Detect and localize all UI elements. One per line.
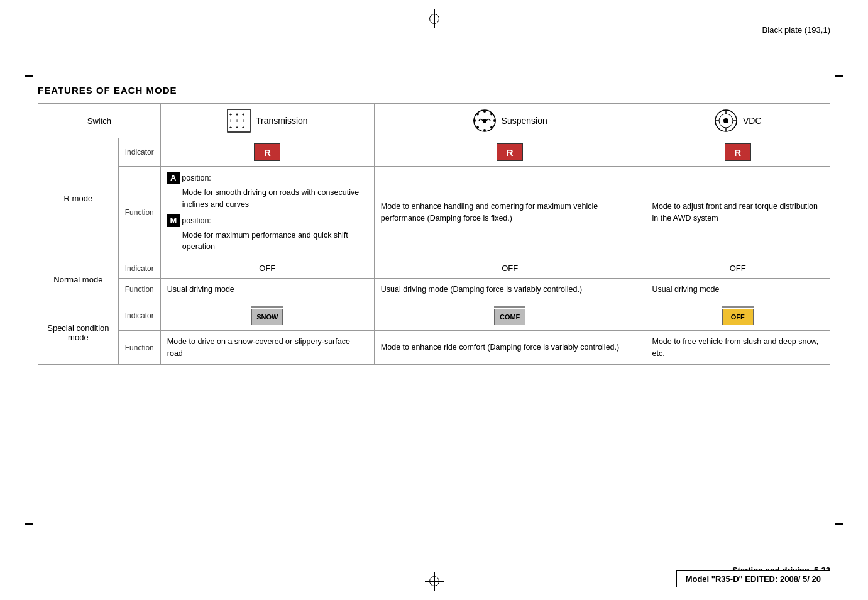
suspension-icon (473, 109, 497, 133)
normal-vdc-function: Usual driving mode (646, 279, 830, 301)
col-header-suspension: Suspension (374, 104, 646, 138)
margin-mark-bottom-right (835, 523, 843, 525)
margin-mark-bottom-left (25, 523, 33, 525)
special-transmission-indicator: SNOW (160, 301, 374, 330)
crosshair-bottom (425, 572, 444, 591)
r-transmission-indicator: R (160, 138, 374, 167)
table-row-special-function: Function Mode to drive on a snow-covered… (38, 330, 830, 365)
header-text: Black plate (193,1) (762, 25, 830, 35)
svg-text:+: + (229, 113, 232, 117)
a-position-icon: A (167, 172, 180, 184)
crosshair-top (425, 9, 444, 28)
transmission-icon: + + + + + + + + + (227, 109, 251, 133)
r-suspension-indicator: R (374, 138, 646, 167)
svg-text:+: + (242, 119, 244, 123)
margin-mark-top-left (25, 75, 33, 77)
r-vdc-function: Mode to adjust front and rear torque dis… (646, 167, 830, 258)
snow-badge: SNOW (251, 309, 283, 325)
special-transmission-function: Mode to drive on a snow-covered or slipp… (160, 330, 374, 365)
svg-text:+: + (236, 113, 238, 117)
m-position-icon: M (167, 214, 180, 227)
special-vdc-indicator: OFF (646, 301, 830, 330)
table-row-normal-function: Function Usual driving mode Usual drivin… (38, 279, 830, 301)
special-function-label: Function (118, 330, 160, 365)
svg-point-15 (490, 126, 493, 129)
table-row-normal-indicator: Normal mode Indicator OFF OFF OFF (38, 258, 830, 279)
r-badge-vdc: R (725, 143, 751, 161)
r-transmission-function: A position: Mode for smooth driving on r… (160, 167, 374, 258)
special-suspension-function: Mode to enhance ride comfort (Damping fo… (374, 330, 646, 365)
comf-badge-line (494, 306, 525, 308)
snow-badge-line (251, 306, 283, 308)
svg-point-18 (473, 119, 476, 122)
normal-suspension-function: Usual driving mode (Damping force is var… (374, 279, 646, 301)
r-function-label: Function (118, 167, 160, 258)
special-mode-label: Special condition mode (38, 301, 119, 365)
col-header-transmission: + + + + + + + + + Transmission (160, 104, 374, 138)
col-header-vdc: VDC (646, 104, 830, 138)
normal-function-label: Function (118, 279, 160, 301)
svg-point-13 (490, 113, 493, 116)
model-info-text: Model "R35-D" EDITED: 2008/ 5/ 20 (686, 574, 821, 584)
svg-text:+: + (236, 119, 238, 123)
col-header-switch: Switch (38, 104, 161, 138)
svg-text:+: + (242, 113, 244, 117)
off-yellow-badge: OFF (722, 309, 754, 325)
svg-point-19 (476, 113, 479, 116)
r-suspension-function: Mode to enhance handling and cornering f… (374, 167, 646, 258)
vdc-icon (714, 109, 738, 133)
normal-vdc-indicator: OFF (646, 258, 830, 279)
r-indicator-label: Indicator (118, 138, 160, 167)
r-badge-transmission: R (254, 143, 280, 161)
svg-text:+: + (242, 125, 244, 130)
svg-text:+: + (229, 119, 232, 123)
margin-line-left (35, 63, 35, 537)
svg-point-14 (493, 119, 496, 122)
special-indicator-label: Indicator (118, 301, 160, 330)
normal-transmission-indicator: OFF (160, 258, 374, 279)
table-row-r-indicator: R mode Indicator R R R (38, 138, 830, 167)
svg-point-16 (483, 129, 486, 131)
margin-line-right (833, 63, 833, 537)
special-vdc-function: Mode to free vehicle from slush and deep… (646, 330, 830, 365)
svg-text:+: + (229, 125, 232, 130)
svg-point-12 (483, 110, 486, 113)
table-row-special-indicator: Special condition mode Indicator SNOW CO… (38, 301, 830, 330)
svg-point-22 (723, 118, 728, 123)
normal-suspension-indicator: OFF (374, 258, 646, 279)
off-yellow-badge-line (722, 306, 754, 308)
svg-point-17 (476, 126, 479, 129)
table-row-r-function: Function A position: Mode for smooth dri… (38, 167, 830, 258)
table-header-row: Switch + + + + + + + (38, 104, 830, 138)
r-mode-label: R mode (38, 138, 119, 258)
normal-mode-label: Normal mode (38, 258, 119, 301)
special-suspension-indicator: COMF (374, 301, 646, 330)
normal-transmission-function: Usual driving mode (160, 279, 374, 301)
features-table: Switch + + + + + + + (38, 103, 830, 365)
model-info-box: Model "R35-D" EDITED: 2008/ 5/ 20 (676, 570, 830, 587)
normal-indicator-label: Indicator (118, 258, 160, 279)
r-badge-suspension: R (497, 143, 523, 161)
svg-text:+: + (236, 125, 238, 130)
section-title: FEATURES OF EACH MODE (38, 85, 830, 96)
comf-badge: COMF (494, 309, 525, 325)
margin-mark-top-right (835, 75, 843, 77)
r-vdc-indicator: R (646, 138, 830, 167)
